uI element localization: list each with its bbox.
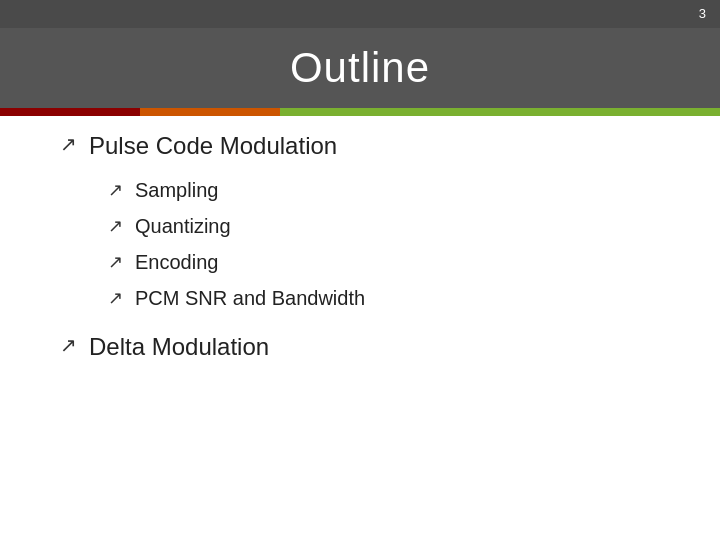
top-bar: 3	[0, 0, 720, 28]
bullet-sub-pcm-snr: ↗ PCM SNR and Bandwidth	[108, 285, 680, 311]
bullet-sub-sampling: ↗ Sampling	[108, 177, 680, 203]
bullet-main-pcm-text: Pulse Code Modulation	[89, 130, 337, 161]
bullet-main-delta: ↗ Delta Modulation	[60, 331, 680, 362]
color-bar-red	[0, 108, 140, 116]
bullet-main-pcm: ↗ Pulse Code Modulation	[60, 130, 680, 161]
color-bar	[0, 108, 720, 116]
color-bar-orange	[140, 108, 280, 116]
arrow-icon-delta: ↗	[60, 333, 77, 357]
color-bar-green	[280, 108, 720, 116]
arrow-icon-sampling: ↗	[108, 179, 123, 201]
bullet-sub-sampling-text: Sampling	[135, 177, 218, 203]
slide-number: 3	[699, 6, 706, 21]
bullet-main-delta-text: Delta Modulation	[89, 331, 269, 362]
arrow-icon-quantizing: ↗	[108, 215, 123, 237]
slide-title: Outline	[290, 44, 430, 92]
arrow-icon-pcm-snr: ↗	[108, 287, 123, 309]
slide-content: ↗ Pulse Code Modulation ↗ Sampling ↗ Qua…	[60, 130, 680, 378]
slide-header: Outline	[0, 28, 720, 108]
bullet-sub-quantizing-text: Quantizing	[135, 213, 231, 239]
slide: 3 Outline ↗ Pulse Code Modulation ↗ Samp…	[0, 0, 720, 540]
bullet-sub-encoding: ↗ Encoding	[108, 249, 680, 275]
arrow-icon-encoding: ↗	[108, 251, 123, 273]
sub-bullets-pcm: ↗ Sampling ↗ Quantizing ↗ Encoding ↗ PCM…	[108, 177, 680, 311]
bullet-sub-quantizing: ↗ Quantizing	[108, 213, 680, 239]
bullet-sub-pcm-snr-text: PCM SNR and Bandwidth	[135, 285, 365, 311]
arrow-icon-pcm: ↗	[60, 132, 77, 156]
bullet-sub-encoding-text: Encoding	[135, 249, 218, 275]
